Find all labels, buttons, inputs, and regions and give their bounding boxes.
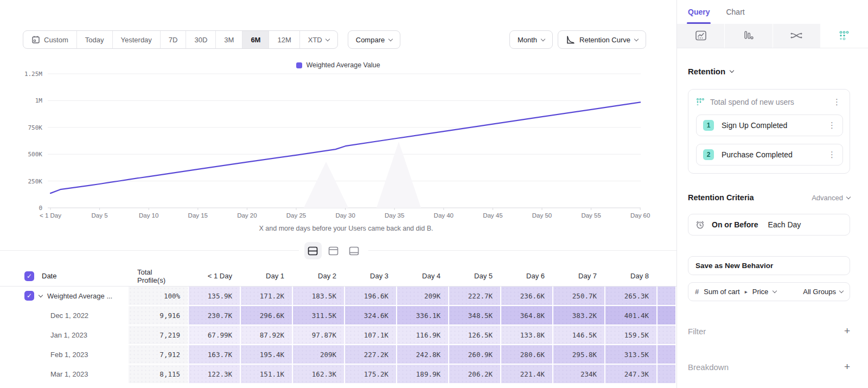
- heat-cell[interactable]: 163.7K: [189, 345, 241, 365]
- measure-property-group[interactable]: Sum of cart: [704, 288, 739, 296]
- heat-cell[interactable]: 133.8K: [501, 326, 553, 345]
- measure-property[interactable]: Price: [752, 288, 769, 296]
- criteria-mode-dropdown[interactable]: Advanced: [812, 194, 850, 202]
- heat-cell-overflow[interactable]: [658, 306, 676, 326]
- insights-chart-button[interactable]: [677, 24, 725, 48]
- heat-cell[interactable]: 236.6K: [501, 287, 553, 306]
- range-6m[interactable]: 6M: [242, 31, 269, 48]
- heat-cell[interactable]: 401.4K: [605, 306, 658, 326]
- criteria-operator[interactable]: On or Before: [712, 220, 758, 229]
- range-7d[interactable]: 7D: [161, 31, 187, 48]
- heat-cell-overflow[interactable]: [658, 287, 676, 306]
- save-as-new-behavior-button[interactable]: Save as New Behavior: [688, 256, 850, 275]
- heat-cell[interactable]: 171.2K: [241, 287, 293, 306]
- column-header[interactable]: Day 4: [397, 266, 449, 287]
- range-3m[interactable]: 3M: [216, 31, 242, 48]
- range-30d[interactable]: 30D: [186, 31, 216, 48]
- heat-cell[interactable]: 189.9K: [397, 365, 449, 384]
- tab-query[interactable]: Query: [688, 8, 710, 24]
- heat-cell[interactable]: 107.1K: [345, 326, 397, 345]
- heat-cell-overflow[interactable]: [658, 345, 676, 365]
- heat-cell[interactable]: 222.7K: [449, 287, 501, 306]
- range-12m[interactable]: 12M: [269, 31, 299, 48]
- heat-cell[interactable]: 151.1K: [241, 365, 293, 384]
- heat-cell[interactable]: 126.5K: [449, 326, 501, 345]
- column-header[interactable]: < 1 Day: [189, 266, 241, 287]
- column-header[interactable]: Day 8: [605, 266, 658, 287]
- total-profiles-cell[interactable]: 8,115: [129, 365, 189, 384]
- heat-cell[interactable]: 250.7K: [553, 287, 605, 306]
- heat-cell[interactable]: 175.2K: [345, 365, 397, 384]
- heat-cell[interactable]: 296.6K: [241, 306, 293, 326]
- column-header[interactable]: Day 2: [293, 266, 345, 287]
- step-row-1[interactable]: 1 Sign Up Completed ⋮: [696, 115, 843, 136]
- heat-cell[interactable]: 324.6K: [345, 306, 397, 326]
- step-row-2[interactable]: 2 Purchase Completed ⋮: [696, 144, 843, 166]
- select-all-checkbox[interactable]: ✓: [24, 271, 34, 281]
- layout-chart-view-button[interactable]: [325, 242, 342, 259]
- heat-cell[interactable]: 122.3K: [189, 365, 241, 384]
- behavior-title[interactable]: Total spend of new users: [710, 98, 825, 106]
- row-checkbox[interactable]: ✓: [24, 291, 34, 301]
- heat-cell[interactable]: 311.5K: [293, 306, 345, 326]
- heat-cell[interactable]: 260.9K: [449, 345, 501, 365]
- column-header[interactable]: Day 3: [345, 266, 397, 287]
- column-header-date[interactable]: ✓Date: [0, 266, 129, 287]
- tab-chart[interactable]: Chart: [726, 8, 744, 24]
- heat-cell[interactable]: 87.92K: [241, 326, 293, 345]
- total-profiles-cell[interactable]: 7,912: [129, 345, 189, 365]
- line-chart-svg[interactable]: 0250K500K750K1M1.25M< 1 DayDay 5Day 10Da…: [0, 69, 676, 222]
- heat-cell[interactable]: 116.9K: [397, 326, 449, 345]
- table-row-label[interactable]: Mar 1, 2023: [0, 365, 129, 384]
- column-header[interactable]: Day 1: [241, 266, 293, 287]
- table-row-label[interactable]: ✓Weighted Average ...: [0, 287, 129, 306]
- layout-table-view-button[interactable]: [346, 242, 363, 259]
- funnels-chart-button[interactable]: [725, 24, 773, 48]
- heat-cell[interactable]: 242.8K: [397, 345, 449, 365]
- heat-cell[interactable]: 209K: [397, 287, 449, 306]
- range-today[interactable]: Today: [77, 31, 113, 48]
- layout-split-view-button[interactable]: [304, 242, 322, 259]
- column-header[interactable]: Total Profile(s): [129, 266, 189, 287]
- heat-cell[interactable]: 97.87K: [293, 326, 345, 345]
- all-groups-dropdown[interactable]: All Groups: [803, 288, 843, 296]
- heat-cell[interactable]: 67.99K: [189, 326, 241, 345]
- table-row-label[interactable]: Dec 1, 2022: [0, 306, 129, 326]
- column-header[interactable]: Day 7: [553, 266, 605, 287]
- kebab-menu-icon[interactable]: ⋮: [831, 97, 843, 107]
- heat-cell-overflow[interactable]: [658, 365, 676, 384]
- range-yesterday[interactable]: Yesterday: [113, 31, 161, 48]
- total-profiles-cell[interactable]: 100%: [129, 287, 189, 306]
- heat-cell[interactable]: 280.6K: [501, 345, 553, 365]
- kebab-menu-icon[interactable]: ⋮: [826, 120, 838, 130]
- heat-cell[interactable]: 221.4K: [501, 365, 553, 384]
- add-breakdown-button[interactable]: +: [844, 361, 850, 373]
- table-row-label[interactable]: Jan 1, 2023: [0, 326, 129, 345]
- heat-cell[interactable]: 265.3K: [605, 287, 658, 306]
- column-header[interactable]: Day 5: [449, 266, 501, 287]
- heat-cell[interactable]: 195.4K: [241, 345, 293, 365]
- granularity-button[interactable]: Month: [509, 30, 553, 49]
- heat-cell[interactable]: 336.1K: [397, 306, 449, 326]
- add-filter-button[interactable]: +: [844, 325, 850, 337]
- range-xtd[interactable]: XTD: [300, 31, 337, 48]
- range-custom[interactable]: Custom: [23, 31, 77, 48]
- chart-legend[interactable]: Weighted Average Value: [0, 61, 676, 69]
- kebab-menu-icon[interactable]: ⋮: [826, 150, 838, 160]
- heat-cell[interactable]: 227.2K: [345, 345, 397, 365]
- chart-type-button[interactable]: Retention Curve: [558, 30, 646, 49]
- heat-cell[interactable]: 364.8K: [501, 306, 553, 326]
- heat-cell[interactable]: 146.5K: [553, 326, 605, 345]
- total-profiles-cell[interactable]: 7,219: [129, 326, 189, 345]
- heat-cell[interactable]: 313.5K: [605, 345, 658, 365]
- column-header[interactable]: Day 6: [501, 266, 553, 287]
- flows-chart-button[interactable]: [773, 24, 821, 48]
- heat-cell[interactable]: 206.2K: [449, 365, 501, 384]
- heat-cell[interactable]: 234K: [553, 365, 605, 384]
- compare-button[interactable]: Compare: [348, 30, 400, 49]
- heat-cell[interactable]: 247.3K: [605, 365, 658, 384]
- chevron-down-icon[interactable]: [39, 292, 43, 297]
- heat-cell[interactable]: 348.5K: [449, 306, 501, 326]
- table-row-label[interactable]: Feb 1, 2023: [0, 345, 129, 365]
- heat-cell-overflow[interactable]: [658, 326, 676, 345]
